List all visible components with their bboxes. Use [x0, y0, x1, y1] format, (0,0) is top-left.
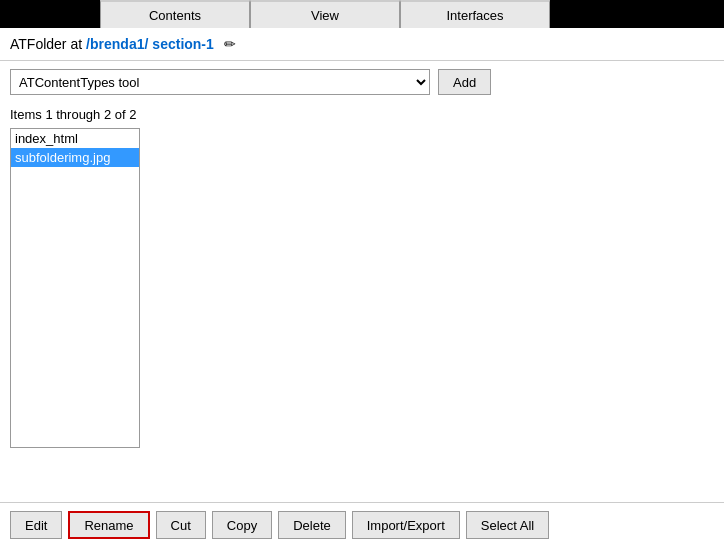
tab-bar: Contents View Interfaces [0, 0, 724, 28]
toolbar-row: ATContentTypes tool Add [0, 61, 724, 103]
breadcrumb-prefix: ATFolder at [10, 36, 82, 52]
tab-contents-label: Contents [149, 8, 201, 23]
tab-contents[interactable]: Contents [100, 0, 250, 28]
tab-view-label: View [311, 8, 339, 23]
breadcrumb-link-part2[interactable]: section-1 [152, 36, 213, 52]
import-export-button[interactable]: Import/Export [352, 511, 460, 539]
content-type-select[interactable]: ATContentTypes tool [10, 69, 430, 95]
file-list-container[interactable]: index_htmlsubfolderimg.jpg [10, 128, 140, 448]
items-count: Items 1 through 2 of 2 [0, 103, 724, 128]
breadcrumb-link-part1[interactable]: /brenda1/ [86, 36, 148, 52]
button-bar: EditRenameCutCopyDeleteImport/ExportSele… [0, 502, 724, 547]
file-list: index_htmlsubfolderimg.jpg [11, 129, 139, 167]
breadcrumb: ATFolder at /brenda1/section-1 ✏ [0, 28, 724, 61]
select-all-button[interactable]: Select All [466, 511, 549, 539]
rename-button[interactable]: Rename [68, 511, 149, 539]
edit-pencil-icon[interactable]: ✏ [222, 36, 238, 52]
edit-button[interactable]: Edit [10, 511, 62, 539]
tab-interfaces-label: Interfaces [446, 8, 503, 23]
cut-button[interactable]: Cut [156, 511, 206, 539]
tab-view[interactable]: View [250, 0, 400, 28]
add-button[interactable]: Add [438, 69, 491, 95]
tab-interfaces[interactable]: Interfaces [400, 0, 550, 28]
delete-button[interactable]: Delete [278, 511, 346, 539]
tab-spacer [0, 0, 100, 28]
file-item[interactable]: index_html [11, 129, 139, 148]
copy-button[interactable]: Copy [212, 511, 272, 539]
file-item[interactable]: subfolderimg.jpg [11, 148, 139, 167]
